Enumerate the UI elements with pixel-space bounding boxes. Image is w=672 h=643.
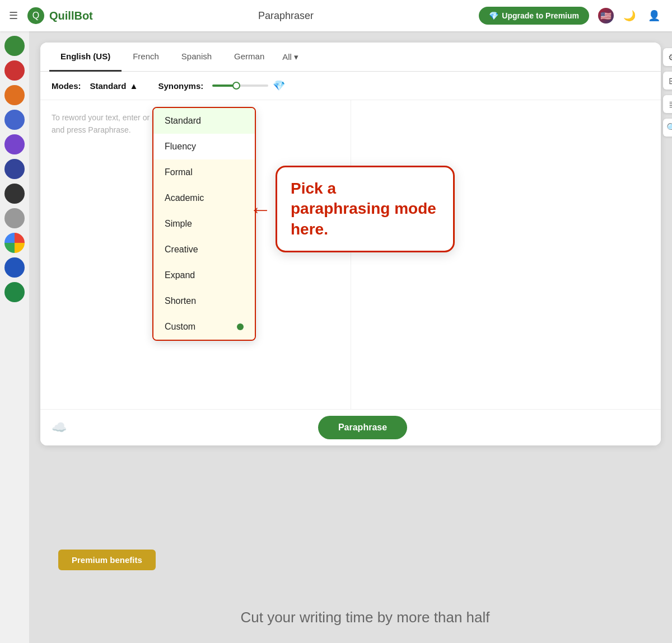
upgrade-icon: 💎	[489, 11, 498, 20]
moon-icon[interactable]: 🌙	[620, 7, 638, 25]
sidebar-item-green[interactable]	[4, 36, 25, 56]
tab-all[interactable]: All ▾	[276, 43, 305, 71]
svg-text:Q: Q	[32, 11, 39, 20]
card-right-icons: ⚙ ⊞ ≣ 🔍	[659, 43, 672, 142]
tab-french[interactable]: French	[122, 43, 170, 72]
sidebar-item-purple[interactable]	[4, 134, 25, 154]
dropdown-item-fluency[interactable]: Fluency	[153, 134, 255, 159]
sidebar	[0, 31, 29, 643]
paraphrase-button[interactable]: Paraphrase	[318, 416, 407, 439]
dropdown-item-simple[interactable]: Simple	[153, 211, 255, 237]
main-content: English (US) French Spanish German All ▾…	[29, 31, 672, 643]
slider-thumb	[232, 82, 240, 90]
topbar-center: Paraphraser	[102, 10, 470, 22]
dropdown-item-formal[interactable]: Formal	[153, 159, 255, 185]
logo[interactable]: Q QuillBot	[27, 7, 93, 25]
sidebar-item-red[interactable]	[4, 60, 25, 81]
sidebar-item-dark-blue[interactable]	[4, 159, 25, 179]
custom-dot	[237, 323, 244, 330]
modes-label: Modes:	[52, 81, 81, 91]
callout-arrow-icon: ←	[249, 196, 272, 222]
logo-icon: Q	[27, 7, 45, 25]
diamond-icon: 💎	[273, 79, 285, 92]
flag-icon[interactable]: 🇺🇸	[598, 8, 614, 24]
language-tabs: English (US) French Spanish German All ▾	[40, 43, 661, 72]
tab-spanish[interactable]: Spanish	[170, 43, 223, 72]
sidebar-item-blue[interactable]	[4, 110, 25, 130]
settings-icon[interactable]: ⚙	[663, 48, 672, 66]
modes-value-text: Standard	[90, 81, 127, 91]
user-icon[interactable]: 👤	[645, 7, 663, 25]
dropdown-item-shorten[interactable]: Shorten	[153, 288, 255, 314]
dropdown-item-academic[interactable]: Academic	[153, 185, 255, 211]
grid-icon[interactable]: ⊞	[663, 72, 672, 90]
upgrade-label: Upgrade to Premium	[502, 11, 579, 20]
modes-dropdown: Standard Fluency Formal Academic Simple …	[152, 107, 256, 341]
logo-text: QuillBot	[49, 10, 93, 22]
synonyms-slider[interactable]: 💎	[212, 79, 285, 92]
topbar-icons: 🇺🇸 🌙 👤	[598, 7, 663, 25]
menu-icon[interactable]: ☰	[9, 10, 18, 22]
callout-text: Pick a paraphrasing mode here.	[291, 179, 440, 240]
upgrade-button[interactable]: 💎 Upgrade to Premium	[479, 7, 589, 25]
synonyms-label: Synonyms:	[158, 81, 203, 91]
sidebar-item-chrome[interactable]	[4, 233, 25, 253]
upload-icon[interactable]: ☁️	[52, 420, 67, 435]
sidebar-item-blue2[interactable]	[4, 257, 25, 278]
tab-german[interactable]: German	[223, 43, 276, 72]
sidebar-item-gray[interactable]	[4, 208, 25, 228]
dropdown-item-expand[interactable]: Expand	[153, 262, 255, 288]
chevron-down-icon: ▾	[294, 52, 298, 62]
footer-text: Cut your writing time by more than half	[58, 609, 672, 626]
editor-area: To reword your text, enter or paste it h…	[40, 100, 661, 439]
dropdown-item-custom[interactable]: Custom	[153, 314, 255, 340]
modes-arrow-icon: ▲	[130, 81, 138, 91]
sidebar-item-black[interactable]	[4, 184, 25, 204]
dropdown-item-creative[interactable]: Creative	[153, 237, 255, 262]
topbar: ☰ Q QuillBot Paraphraser 💎 Upgrade to Pr…	[0, 0, 672, 31]
list-icon[interactable]: ≣	[663, 95, 672, 113]
sidebar-item-green2[interactable]	[4, 282, 25, 302]
sidebar-item-orange[interactable]	[4, 85, 25, 105]
main-card: English (US) French Spanish German All ▾…	[40, 43, 661, 445]
callout: ← Pick a paraphrasing mode here.	[276, 166, 455, 252]
modes-dropdown-trigger[interactable]: Standard ▲	[90, 81, 138, 91]
slider-track	[212, 85, 268, 87]
modes-bar: Modes: Standard ▲ Synonyms: 💎	[40, 72, 661, 100]
topbar-title: Paraphraser	[258, 10, 314, 22]
editor-right	[351, 100, 661, 439]
search-icon[interactable]: 🔍	[663, 119, 672, 137]
premium-banner[interactable]: Premium benefits	[58, 550, 156, 570]
dropdown-item-standard[interactable]: Standard	[153, 108, 255, 134]
bottom-bar: ☁️ Paraphrase	[40, 409, 661, 445]
tab-english[interactable]: English (US)	[49, 43, 122, 72]
